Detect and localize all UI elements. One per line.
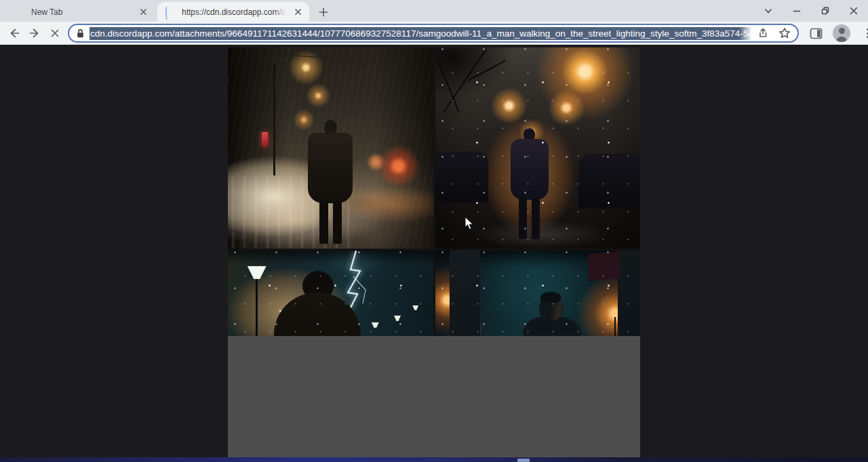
lamp-pole [614,317,616,336]
taskbar-sliver [0,457,868,462]
url-selected-text: cdn.discordapp.com/attachments/966491171… [90,27,754,40]
address-bar[interactable]: cdn.discordapp.com/attachments/966491171… [68,24,799,43]
parked-car-left [435,152,489,202]
person-silhouette [307,120,354,244]
tab-close-button[interactable] [292,6,304,18]
tab-close-button[interactable] [137,6,149,18]
chevron-down-icon [764,6,773,16]
close-icon [294,8,302,16]
url-text[interactable]: cdn.discordapp.com/attachments/966491171… [90,26,754,40]
tab-discord-cdn-image[interactable]: https://cdn.discordapp.com/atta [157,2,309,22]
street-lamp [412,306,418,310]
image-loading-placeholder [228,336,640,457]
stop-loading-button[interactable] [45,23,65,43]
street-lamp [394,316,401,321]
tab-title: https://cdn.discordapp.com/atta [182,7,289,17]
street-lamp [248,266,267,279]
back-arrow-icon [8,27,20,39]
side-panel-icon [810,28,823,39]
lamp-pole [256,278,258,336]
tab-title: New Tab [31,7,134,17]
person-silhouette [274,271,362,336]
quadrant-bottom-left [228,251,433,336]
bookmark-star-button[interactable] [776,24,793,42]
plus-icon [319,7,328,17]
browser-window: New Tab https://cdn.discordapp.com/atta [0,0,868,462]
url-fade-overlay [739,26,754,40]
parked-car-right [578,154,640,208]
avatar-icon [839,28,845,34]
tab-strip: New Tab https://cdn.discordapp.com/atta [0,0,868,22]
lock-icon[interactable] [76,28,85,39]
tree-branch [443,49,486,113]
page-content [0,45,868,457]
overhead-wire [228,56,378,103]
toolbar-right-buttons [806,23,868,43]
profile-button[interactable] [833,24,850,42]
close-icon [849,6,859,16]
person-silhouette [509,128,550,239]
minimize-button[interactable] [783,0,811,22]
quadrant-bottom-right [435,251,641,336]
restore-button[interactable] [811,0,840,22]
building-silhouette [450,251,480,336]
side-panel-button[interactable] [806,23,826,43]
chrome-icon [15,7,26,18]
close-window-button[interactable] [840,0,868,22]
tree-branch [468,60,506,81]
taskbar-widget [517,459,530,462]
red-shop-sign [262,132,268,146]
restore-icon [821,6,830,16]
back-button[interactable] [4,23,24,43]
building-silhouette [589,251,620,281]
building-silhouette [618,251,640,336]
person-profile-silhouette [526,293,593,336]
share-icon [757,27,769,39]
forward-arrow-icon [28,27,41,39]
close-icon [140,8,147,16]
minimize-icon [792,6,802,16]
quadrant-top-right [435,47,641,249]
quadrant-top-left [228,47,433,249]
image-grid[interactable] [228,47,640,336]
tab-search-button[interactable] [754,0,783,22]
browser-menu-button[interactable] [859,23,868,43]
forward-button[interactable] [24,23,45,43]
tab-new-tab[interactable]: New Tab [7,2,155,22]
share-button[interactable] [754,24,772,42]
window-controls [754,0,868,22]
loading-spinner-icon [165,7,176,18]
image-wrapper [228,47,640,457]
lamp-pole [273,64,275,175]
star-outline-icon [778,27,791,39]
toolbar: cdn.discordapp.com/attachments/966491171… [0,22,868,45]
stop-x-icon [50,28,60,39]
new-tab-button[interactable] [315,4,332,20]
